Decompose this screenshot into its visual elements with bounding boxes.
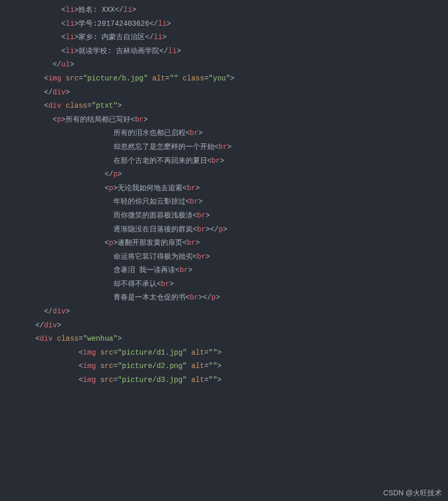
code-editor: <li>姓名: XXX</li> <li>学号:201742403626</li… bbox=[0, 0, 448, 387]
code-line: 却忽然忘了是怎麽样的一个开始<br> bbox=[0, 140, 448, 154]
code-line: <div class="ptxt"> bbox=[0, 99, 448, 113]
code-line: 命运将它装订得极为拙劣<br> bbox=[0, 250, 448, 264]
code-line: <p>无论我如何地去追索<br> bbox=[0, 181, 448, 195]
code-line: <img src="picture/d1.jpg" alt=""> bbox=[0, 346, 448, 360]
code-line: </div> bbox=[0, 86, 448, 99]
code-line: 青春是一本太仓促的书<br></p> bbox=[0, 291, 448, 305]
code-line: <li>姓名: XXX</li> bbox=[0, 3, 448, 17]
code-line: <div class="wenhua"> bbox=[0, 332, 448, 346]
code-line: 却不得不承认<br> bbox=[0, 277, 448, 291]
code-line: </div> bbox=[0, 319, 448, 332]
code-line: <img src="picture/d2.png" alt=""> bbox=[0, 359, 448, 373]
code-line: <p>遂翻开那发黄的扉页<br> bbox=[0, 236, 448, 250]
code-line: 年轻的你只如云影掠过<br> bbox=[0, 195, 448, 209]
code-line: <img src="picture/d3.jpg" alt=""> bbox=[0, 373, 448, 387]
code-line: 逐渐隐没在日落後的群岚<br></p> bbox=[0, 223, 448, 237]
code-line: </div> bbox=[0, 305, 448, 319]
code-line: 在那个古老的不再回来的夏日<br> bbox=[0, 154, 448, 168]
code-line: <li>家乡: 内蒙古自治区</li> bbox=[0, 30, 448, 44]
code-line: <li>就读学校: 吉林动画学院</li> bbox=[0, 44, 448, 58]
code-line: <li>学号:201742403626</li> bbox=[0, 17, 448, 31]
code-line: <img src="picture/b.jpg" alt="" class="y… bbox=[0, 72, 448, 86]
code-line: </ul> bbox=[0, 58, 448, 72]
code-line: 而你微笑的面容极浅极淡<br> bbox=[0, 209, 448, 223]
code-line: 所有的泪水也都已启程<br> bbox=[0, 126, 448, 140]
code-line: <p>所有的结局都已写好<br> bbox=[0, 113, 448, 127]
watermark: CSDN @火旺技术 bbox=[383, 489, 442, 498]
code-line: 含著泪 我一读再读<br> bbox=[0, 263, 448, 277]
code-line: </p> bbox=[0, 168, 448, 181]
